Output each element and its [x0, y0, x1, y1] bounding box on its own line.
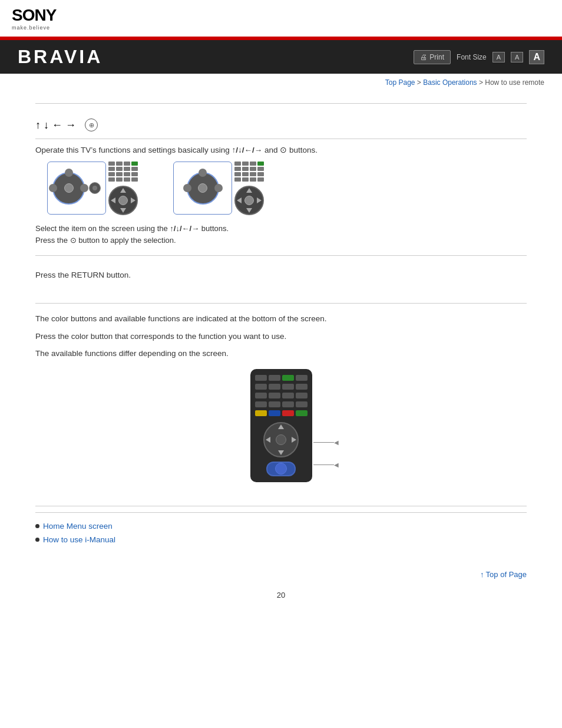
color-text-3: The available functions differ depending…	[35, 347, 527, 360]
dpad-remote-right	[234, 186, 264, 215]
dpad2-center-btn	[198, 183, 207, 193]
cr-dpad-down	[278, 450, 284, 455]
operate-text-2: and	[262, 146, 280, 154]
cr-btn-2	[269, 375, 280, 381]
top-of-page-link[interactable]: ↑Top of Page	[480, 570, 527, 579]
remote-right-side-left	[108, 162, 138, 215]
bullet-2	[35, 538, 39, 542]
r2btn14	[242, 177, 249, 182]
dpad-right	[131, 197, 135, 203]
mbtn8	[131, 167, 138, 171]
link-item-1: Home Menu screen	[35, 522, 527, 531]
links-section: Home Menu screen How to use i-Manual	[35, 512, 527, 558]
r2btn3	[250, 162, 256, 166]
breadcrumb-basic-ops[interactable]: Basic Operations	[423, 78, 477, 87]
dpad2-right	[257, 197, 262, 203]
mini-btn-rows-right	[234, 162, 264, 182]
sony-tagline: make.believe	[12, 25, 50, 31]
print-button[interactable]: 🖨 Print	[414, 50, 451, 64]
operate-circle: ⊙	[280, 146, 287, 154]
arrow-symbols: ↑ ↓ ← →	[35, 119, 76, 131]
mbtn3	[124, 162, 130, 166]
bullet-1	[35, 524, 39, 528]
cr-dpad-left	[266, 437, 270, 443]
printer-icon: 🖨	[420, 53, 427, 61]
cr-btn-16	[296, 401, 308, 407]
dpad-top-btn	[65, 169, 73, 177]
link-home-menu[interactable]: Home Menu screen	[43, 522, 113, 531]
mbtn4	[131, 162, 138, 166]
breadcrumb-sep2: >	[477, 78, 485, 87]
color-remote-container: ◀ ◀	[250, 369, 312, 482]
cr-btn-9	[255, 393, 267, 398]
mini-btn-rows-left	[108, 162, 138, 182]
dpad2-down	[246, 208, 252, 213]
mbtn6	[116, 167, 123, 171]
indicator-arrow-color-row: ◀	[313, 439, 339, 446]
r2btn10	[242, 172, 249, 176]
mbtn16	[131, 177, 138, 182]
dpad-center	[118, 196, 128, 205]
header-controls: 🖨 Print Font Size A A A	[414, 50, 544, 64]
dpad-left	[111, 197, 115, 203]
cr-btn-6	[269, 384, 280, 390]
color-section: The color buttons and available function…	[35, 309, 527, 500]
cr-btn-blue	[269, 410, 280, 416]
mbtn1	[108, 162, 115, 166]
dpad2-right-btn	[214, 184, 223, 192]
remote-right-pair	[173, 162, 264, 215]
color-remote	[250, 369, 312, 482]
page-number: 20	[35, 585, 527, 605]
font-small-button[interactable]: A	[492, 52, 505, 62]
font-large-button[interactable]: A	[529, 50, 544, 64]
dpad2-up	[246, 188, 252, 193]
r2btn16	[257, 177, 264, 182]
remote-right-side-right	[234, 162, 264, 215]
operate-text-3: buttons.	[287, 146, 318, 154]
breadcrumb-top-page[interactable]: Top Page	[385, 78, 415, 87]
top-of-page-label: Top of Page	[486, 570, 527, 579]
dpad2-center	[244, 196, 254, 205]
cr-center-btn	[276, 434, 286, 445]
link-imanual[interactable]: How to use i-Manual	[43, 535, 115, 544]
nav-section: ↑ ↓ ← → ⊕ Operate this TV’s functions an…	[35, 110, 527, 256]
sony-logo: SONY make.believe	[12, 6, 56, 31]
r2btn11	[250, 172, 256, 176]
sony-text: SONY	[12, 6, 56, 25]
r2btn4	[257, 162, 264, 166]
bravia-header: BRAVIA 🖨 Print Font Size A A A	[0, 40, 562, 74]
operate-symbols: ↑/↓/←/→	[232, 146, 262, 154]
cr-btn-14	[269, 401, 280, 407]
color-remote-wrapper: ◀ ◀	[35, 369, 527, 482]
cr-btn-13	[255, 401, 267, 407]
cr-btn-1	[255, 375, 267, 381]
top-divider	[35, 103, 527, 104]
r2btn9	[234, 172, 241, 176]
mbtn5	[108, 167, 115, 171]
main-content: ↑ ↓ ← → ⊕ Operate this TV’s functions an…	[0, 91, 562, 617]
cr-third-row	[255, 393, 308, 398]
up-arrow-icon: ↑	[480, 570, 484, 579]
color-text-2: Press the color button that corresponds …	[35, 330, 527, 343]
indicator-line-1	[313, 442, 334, 443]
r2btn2	[242, 162, 249, 166]
cr-btn-8	[296, 384, 308, 390]
dpad-right-btn	[80, 184, 88, 192]
select-text: Select the item on the screen using the …	[35, 224, 527, 233]
mbtn11	[124, 172, 130, 176]
mbtn13	[108, 177, 115, 182]
cr-btn-11	[282, 393, 294, 398]
dpad-remote-left	[108, 186, 138, 215]
mbtn2	[116, 162, 123, 166]
bravia-title: BRAVIA	[18, 46, 103, 68]
font-medium-button[interactable]: A	[511, 52, 523, 62]
cr-btn-10	[269, 393, 280, 398]
cr-btn-7	[282, 384, 294, 390]
cr-dpad-right	[292, 437, 296, 443]
breadcrumb-sep1: >	[415, 78, 424, 87]
mbtn14	[116, 177, 123, 182]
dpad-left-btn	[49, 184, 57, 192]
dpad2-top-btn	[199, 169, 207, 177]
nav-keys-row: ↑ ↓ ← → ⊕	[35, 118, 527, 131]
mbtn12	[131, 172, 138, 176]
